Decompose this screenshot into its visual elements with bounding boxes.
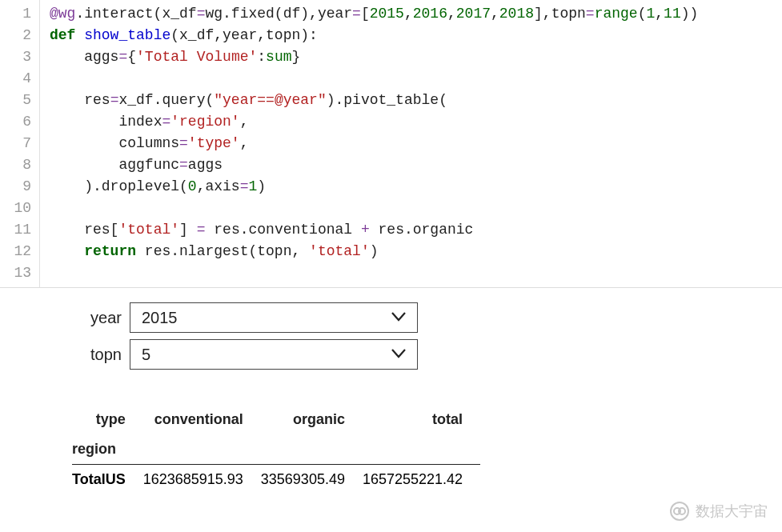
- year-dropdown[interactable]: 2015: [130, 302, 418, 333]
- line-number-gutter: 12345678910111213: [0, 0, 40, 287]
- wechat-icon: [670, 502, 689, 521]
- line-number: 4: [0, 68, 31, 90]
- widget-row-topn: topn 5: [72, 339, 782, 370]
- code-content[interactable]: @wg.interact(x_df=wg.fixed(df),year=[201…: [40, 0, 782, 287]
- widget-panel: year 2015 topn 5: [0, 288, 782, 370]
- output-table: type conventional organic total region T…: [72, 405, 480, 494]
- table-cell: 1657255221.42: [363, 465, 480, 495]
- line-number: 10: [0, 198, 31, 219]
- code-editor[interactable]: 12345678910111213 @wg.interact(x_df=wg.f…: [0, 0, 782, 288]
- topn-dropdown-value: 5: [142, 346, 150, 364]
- table-row: TotalUS1623685915.9333569305.49165725522…: [72, 465, 480, 495]
- line-number: 1: [0, 3, 31, 25]
- code-line[interactable]: res['total'] = res.conventional + res.or…: [50, 219, 782, 241]
- output-table-area: type conventional organic total region T…: [0, 376, 782, 494]
- code-line[interactable]: [50, 262, 782, 284]
- code-line[interactable]: columns='type',: [50, 133, 782, 154]
- code-line[interactable]: return res.nlargest(topn, 'total'): [50, 241, 782, 262]
- table-header-type-row: type conventional organic total: [72, 405, 480, 434]
- col-total: total: [363, 405, 480, 434]
- code-line[interactable]: res=x_df.query("year==@year").pivot_tabl…: [50, 90, 782, 111]
- chevron-down-icon: [391, 310, 406, 325]
- line-number: 6: [0, 111, 31, 133]
- code-line[interactable]: @wg.interact(x_df=wg.fixed(df),year=[201…: [50, 3, 782, 25]
- watermark-text: 数据大宇宙: [696, 502, 768, 521]
- line-number: 12: [0, 241, 31, 262]
- line-number: 2: [0, 25, 31, 46]
- code-line[interactable]: aggfunc=aggs: [50, 154, 782, 176]
- line-number: 7: [0, 133, 31, 154]
- table-cell: 33569305.49: [261, 465, 363, 495]
- region-header: region: [72, 434, 143, 465]
- line-number: 8: [0, 154, 31, 176]
- table-header-region-row: region: [72, 434, 480, 465]
- code-line[interactable]: def show_table(x_df,year,topn):: [50, 25, 782, 46]
- table-cell: 1623685915.93: [143, 465, 261, 495]
- topn-label: topn: [72, 346, 130, 364]
- code-line[interactable]: aggs={'Total Volume':sum}: [50, 46, 782, 68]
- line-number: 5: [0, 90, 31, 111]
- code-line[interactable]: index='region',: [50, 111, 782, 133]
- code-line[interactable]: ).droplevel(0,axis=1): [50, 176, 782, 198]
- line-number: 11: [0, 219, 31, 241]
- topn-dropdown[interactable]: 5: [130, 339, 418, 370]
- line-number: 9: [0, 176, 31, 198]
- year-dropdown-value: 2015: [142, 309, 178, 327]
- col-conventional: conventional: [143, 405, 261, 434]
- type-header: type: [72, 405, 143, 434]
- line-number: 3: [0, 46, 31, 68]
- col-organic: organic: [261, 405, 363, 434]
- code-line[interactable]: [50, 68, 782, 90]
- widget-row-year: year 2015: [72, 302, 782, 333]
- year-label: year: [72, 309, 130, 327]
- line-number: 13: [0, 262, 31, 284]
- chevron-down-icon: [391, 347, 406, 362]
- code-line[interactable]: [50, 198, 782, 219]
- watermark: 数据大宇宙: [670, 502, 768, 521]
- row-label: TotalUS: [72, 465, 143, 495]
